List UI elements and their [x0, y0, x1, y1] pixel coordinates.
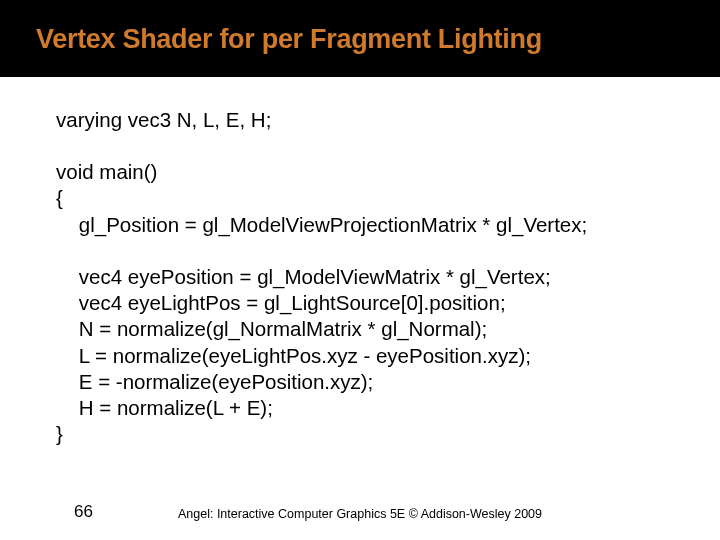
code-line: vec4 eyePosition = gl_ModelViewMatrix * …	[56, 264, 692, 290]
footer-text: Angel: Interactive Computer Graphics 5E …	[0, 507, 720, 521]
code-line: void main()	[56, 159, 692, 185]
code-block: varying vec3 N, L, E, H; void main() { g…	[0, 77, 720, 448]
code-line: varying vec3 N, L, E, H;	[56, 107, 692, 133]
code-line: H = normalize(L + E);	[56, 395, 692, 421]
code-line: L = normalize(eyeLightPos.xyz - eyePosit…	[56, 343, 692, 369]
code-line: gl_Position = gl_ModelViewProjectionMatr…	[56, 212, 692, 238]
slide-title: Vertex Shader for per Fragment Lighting	[36, 24, 710, 55]
code-line: }	[56, 421, 692, 447]
code-line: N = normalize(gl_NormalMatrix * gl_Norma…	[56, 316, 692, 342]
code-line: {	[56, 185, 692, 211]
blank-line	[56, 133, 692, 159]
code-line: E = -normalize(eyePosition.xyz);	[56, 369, 692, 395]
title-bar: Vertex Shader for per Fragment Lighting	[0, 0, 720, 77]
blank-line	[56, 238, 692, 264]
slide: Vertex Shader for per Fragment Lighting …	[0, 0, 720, 540]
code-line: vec4 eyeLightPos = gl_LightSource[0].pos…	[56, 290, 692, 316]
